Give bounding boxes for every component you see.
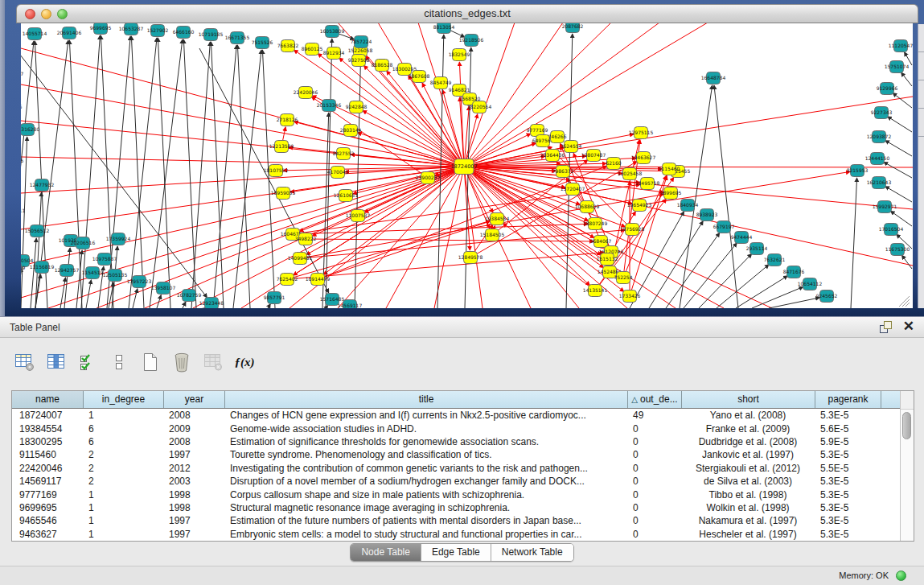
network-node[interactable]: 9465546 bbox=[21, 101, 23, 113]
close-window-button[interactable] bbox=[25, 9, 35, 19]
network-node[interactable]: 15751074 bbox=[885, 61, 910, 73]
cell-out_de[interactable]: 0 bbox=[628, 489, 682, 501]
network-node[interactable]: 7663822 bbox=[277, 40, 299, 52]
cell-out_de[interactable]: 0 bbox=[628, 502, 682, 513]
column-header-title[interactable]: title bbox=[225, 391, 628, 408]
network-node[interactable]: 746266 bbox=[548, 131, 567, 143]
cell-pagerank[interactable]: 5.6E-5 bbox=[815, 423, 881, 435]
table-row[interactable]: 1872400712008Changes of HCN gene express… bbox=[12, 409, 900, 422]
cell-short[interactable]: Jankovic et al. (1997) bbox=[682, 449, 815, 460]
network-node[interactable]: 7515526 bbox=[252, 37, 273, 49]
cell-pagerank[interactable]: 5.3E-5 bbox=[815, 529, 881, 540]
table-settings-icon[interactable] bbox=[13, 350, 37, 374]
network-node[interactable]: 16782759 bbox=[177, 290, 202, 302]
network-node[interactable]: 9474444 bbox=[731, 232, 753, 244]
cell-year[interactable]: 2003 bbox=[164, 476, 225, 487]
network-node[interactable]: 13958107 bbox=[151, 282, 176, 295]
network-node[interactable]: 2087682 bbox=[562, 23, 584, 33]
column-header-in_degree[interactable]: in_degree bbox=[84, 391, 164, 408]
network-window-titlebar[interactable]: citations_edges.txt bbox=[16, 4, 918, 23]
column-header-year[interactable]: year bbox=[164, 391, 225, 408]
network-node[interactable]: 14099481 bbox=[288, 253, 313, 265]
column-header-name[interactable]: name bbox=[12, 391, 84, 408]
tab-edge-table[interactable]: Edge Table bbox=[421, 544, 491, 561]
network-node[interactable]: 1527902 bbox=[147, 25, 169, 37]
cell-pagerank[interactable]: 5.9E-5 bbox=[815, 436, 881, 447]
network-node[interactable]: 15184505 bbox=[480, 229, 505, 241]
cell-name[interactable]: 9115460 bbox=[12, 449, 84, 460]
network-node[interactable]: 16210643 bbox=[867, 177, 892, 189]
close-panel-icon[interactable]: ✕ bbox=[903, 320, 914, 333]
table-row[interactable]: 946362711997Embryonic stem cells: a mode… bbox=[12, 528, 900, 541]
network-node[interactable]: 10653287 bbox=[119, 23, 144, 35]
network-node[interactable]: 8215953 bbox=[847, 165, 869, 177]
vertical-scrollbar[interactable] bbox=[900, 391, 914, 541]
cell-pagerank[interactable]: 5.3E-5 bbox=[815, 449, 881, 460]
delete-icon[interactable] bbox=[170, 350, 194, 374]
network-node[interactable]: 16671355 bbox=[225, 32, 250, 44]
network-node[interactable]: 17016504 bbox=[879, 224, 904, 236]
network-node[interactable]: 12849578 bbox=[458, 252, 483, 264]
cell-pagerank[interactable]: 5.3E-5 bbox=[815, 410, 881, 421]
network-node[interactable]: 8938923 bbox=[696, 209, 718, 221]
cell-name[interactable]: 18300295 bbox=[12, 436, 84, 447]
network-node[interactable]: 10719185 bbox=[199, 29, 224, 41]
network-node[interactable]: 14135141 bbox=[583, 285, 608, 297]
table-row[interactable]: 1456911722003Disruption of a novel membe… bbox=[12, 475, 900, 488]
cell-short[interactable]: de Silva et al. (2003) bbox=[682, 476, 815, 487]
resize-grip[interactable] bbox=[899, 296, 910, 307]
cell-in_degree[interactable]: 1 bbox=[84, 489, 164, 501]
network-node[interactable]: 12942757 bbox=[55, 265, 80, 277]
column-header-short[interactable]: short bbox=[682, 391, 815, 408]
network-node[interactable]: 15992971 bbox=[873, 201, 897, 213]
check-rows-icon[interactable] bbox=[76, 350, 100, 374]
cell-name[interactable]: 9465546 bbox=[12, 515, 84, 526]
network-node[interactable]: 18807249 bbox=[583, 218, 608, 230]
network-node[interactable]: 8186528 bbox=[372, 60, 393, 72]
cell-title[interactable]: Corpus callosum shape and size in male p… bbox=[225, 489, 628, 501]
network-node[interactable]: 18495758 bbox=[635, 178, 660, 190]
network-node[interactable]: 12093872 bbox=[867, 131, 892, 143]
cell-pagerank[interactable]: 5.5E-5 bbox=[815, 463, 881, 474]
cell-pagerank[interactable]: 5.3E-5 bbox=[815, 489, 881, 501]
cell-in_degree[interactable]: 1 bbox=[84, 529, 164, 540]
network-node[interactable]: 16648784 bbox=[701, 72, 726, 84]
cell-name[interactable]: 19384554 bbox=[12, 423, 84, 435]
network-node[interactable]: 9463627 bbox=[21, 68, 24, 80]
cell-out_de[interactable]: 0 bbox=[628, 423, 682, 435]
table-row[interactable]: 1938455462009Genome-wide association stu… bbox=[12, 422, 900, 435]
cell-out_de[interactable]: 0 bbox=[628, 529, 682, 540]
cell-title[interactable]: Investigating the contribution of common… bbox=[225, 463, 628, 474]
network-node[interactable]: 10025458 bbox=[618, 168, 643, 180]
cell-out_de[interactable]: 49 bbox=[628, 410, 682, 421]
table-row[interactable]: 2242004622012Investigating the contribut… bbox=[12, 462, 900, 475]
cell-pagerank[interactable]: 5.3E-5 bbox=[815, 502, 881, 513]
network-node[interactable]: 19384554 bbox=[485, 213, 510, 225]
network-node[interactable]: 11675300 bbox=[885, 244, 910, 256]
network-node[interactable]: 752254 bbox=[614, 272, 633, 284]
cell-in_degree[interactable]: 1 bbox=[84, 515, 164, 526]
cell-name[interactable]: 9777169 bbox=[12, 489, 84, 501]
network-node[interactable]: 12444150 bbox=[865, 153, 890, 165]
cell-short[interactable]: Nakamura et al. (1997) bbox=[682, 515, 815, 526]
cell-out_de[interactable]: 0 bbox=[628, 436, 682, 447]
cell-short[interactable]: Dudbridge et al. (2008) bbox=[682, 436, 815, 447]
network-node[interactable]: 19654923 bbox=[627, 200, 652, 212]
network-view-window[interactable]: citations_edges.txt 18724007766382289601… bbox=[16, 4, 918, 308]
cell-year[interactable]: 2008 bbox=[164, 410, 225, 421]
network-node[interactable]: 1832549 bbox=[449, 49, 470, 61]
network-node[interactable]: 62160 bbox=[606, 158, 621, 170]
cell-short[interactable]: Yano et al. (2008) bbox=[682, 410, 815, 421]
cell-year[interactable]: 2012 bbox=[164, 463, 225, 474]
network-node[interactable]: 12975115 bbox=[629, 127, 654, 139]
float-panel-icon[interactable] bbox=[879, 320, 892, 333]
network-canvas[interactable]: 1872400776638228960125891293415226058932… bbox=[21, 23, 913, 308]
cell-year[interactable]: 1997 bbox=[164, 449, 225, 460]
network-node[interactable]: 10654112 bbox=[798, 278, 823, 290]
cell-in_degree[interactable]: 2 bbox=[84, 449, 164, 460]
cell-in_degree[interactable]: 1 bbox=[84, 502, 164, 513]
cell-out_de[interactable]: 0 bbox=[628, 515, 682, 526]
network-node[interactable]: 11316280 bbox=[21, 124, 39, 136]
zoom-window-button[interactable] bbox=[57, 9, 68, 19]
cell-out_de[interactable]: 0 bbox=[628, 476, 682, 487]
